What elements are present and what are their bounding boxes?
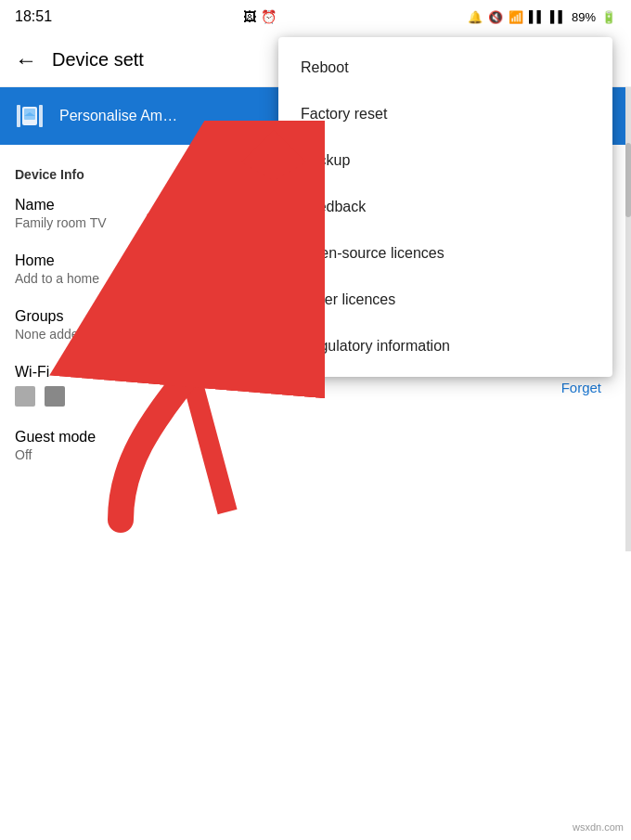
wifi-box-1 (15, 386, 35, 407)
svg-rect-0 (17, 105, 20, 127)
wifi-icon: 📶 (509, 10, 523, 24)
scrollbar-track (625, 87, 631, 551)
wifi-icons (15, 386, 65, 407)
dropdown-item-factory-reset[interactable]: Factory reset (278, 91, 612, 137)
status-bar: 18:51 🖼 ⏰ 🔔 🔇 📶 ▌▌ ▌▌ 89% 🔋 (0, 0, 631, 33)
mute-icon: 🔔 (468, 10, 483, 24)
scrollbar-thumb[interactable] (625, 143, 631, 217)
dropdown-item-backup[interactable]: Backup (278, 137, 612, 184)
status-time: 18:51 (15, 8, 52, 25)
status-right-icons: 🔔 🔇 📶 ▌▌ ▌▌ 89% 🔋 (468, 10, 616, 24)
watermark: wsxdn.com (573, 821, 624, 833)
status-center-icons: 🖼 ⏰ (243, 9, 277, 24)
personalise-icon (15, 103, 45, 129)
alarm-icon: ⏰ (261, 9, 277, 24)
selected-item-label: Personalise Am… (59, 108, 177, 124)
guest-mode-value: Off (15, 447, 616, 462)
dropdown-item-open-source[interactable]: Open-source licences (278, 230, 612, 277)
battery-percent: 89% (572, 10, 596, 24)
wifi-left: Wi-Fi (15, 364, 65, 407)
signal-icon: ▌▌ (529, 10, 545, 23)
dropdown-item-feedback[interactable]: Feedback (278, 184, 612, 230)
signal2-icon: ▌▌ (550, 10, 566, 23)
dropdown-item-regulatory[interactable]: Regulatory information (278, 323, 612, 369)
back-button[interactable]: ← (15, 47, 37, 73)
svg-rect-2 (39, 105, 43, 127)
battery-icon: 🔋 (601, 10, 616, 24)
dropdown-menu: Reboot Factory reset Backup Feedback Ope… (278, 37, 612, 377)
wifi-box-2 (45, 386, 65, 407)
dropdown-item-reboot[interactable]: Reboot (278, 45, 612, 91)
guest-mode-item[interactable]: Guest mode Off (0, 418, 631, 473)
guest-mode-label: Guest mode (15, 429, 616, 446)
photo-icon: 🖼 (243, 9, 256, 24)
dropdown-item-other-licences[interactable]: Other licences (278, 277, 612, 323)
page-title: Device sett (52, 49, 144, 71)
silent-icon: 🔇 (488, 10, 503, 24)
wifi-label: Wi-Fi (15, 364, 65, 381)
